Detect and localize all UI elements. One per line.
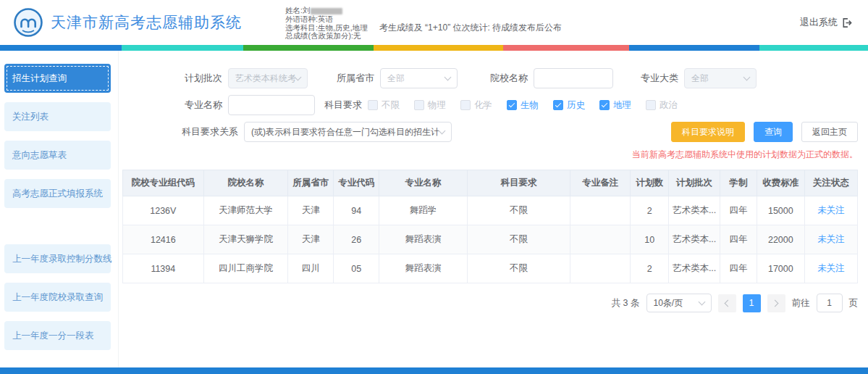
page: 天津市新高考志愿辅助系统 姓名:刘 外语语种:英语 选考科目:生物,历史,地理 … [0, 0, 868, 374]
table-cell: 四川工商学院 [203, 254, 288, 283]
college-name-label: 院校名称 [466, 72, 528, 85]
table-cell: 10 [631, 225, 669, 254]
chevron-left-icon [725, 299, 732, 307]
table-cell: 12416 [123, 225, 204, 254]
body-row: 招生计划查询关注列表意向志愿草表高考志愿正式填报系统上一年度录取控制分数线上一年… [0, 51, 868, 367]
table-cell [570, 196, 631, 225]
color-bar-segment [503, 45, 629, 51]
total-count-label: 共 3 条 [612, 297, 640, 309]
search-button[interactable]: 查询 [754, 122, 793, 142]
logout-icon [841, 17, 852, 28]
checkbox-icon [368, 100, 378, 110]
sidebar-item[interactable]: 招生计划查询 [4, 64, 111, 93]
column-header: 学制 [720, 170, 757, 196]
back-home-button[interactable]: 返回主页 [801, 122, 858, 142]
sidebar-item[interactable]: 上一年度录取控制分数线 [4, 244, 111, 273]
subject-checkbox[interactable]: 化学 [460, 99, 492, 112]
prev-page-button[interactable] [718, 294, 736, 312]
subject-checkbox[interactable]: 物理 [414, 99, 446, 112]
table-cell: 舞蹈表演 [379, 254, 468, 283]
current-page-button[interactable]: 1 [743, 294, 761, 312]
goto-label: 前往 [792, 297, 810, 309]
major-name-input[interactable] [228, 95, 315, 115]
table-body: 1236V天津师范大学天津94舞蹈学不限2艺术类本...四年15000未关注12… [123, 196, 858, 283]
table-row: 11394四川工商学院四川05舞蹈表演不限2艺术类本...四年17000未关注 [123, 254, 858, 283]
chevron-down-icon [444, 74, 452, 81]
column-header: 科目要求 [468, 170, 570, 196]
table-cell [570, 254, 631, 283]
goto-page-input[interactable] [817, 294, 843, 312]
checkbox-icon [646, 100, 656, 110]
subject-help-button[interactable]: 科目要求说明 [671, 122, 745, 142]
filter-row-3: 科目要求关系 (或)表示科目要求符合任意一门勾选科目的招生计划 科目要求说明 查… [122, 122, 858, 142]
follow-status-link[interactable]: 未关注 [817, 205, 845, 215]
plan-batch-select[interactable]: 艺术类本科统考Dt [228, 68, 308, 88]
checkbox-icon [414, 100, 424, 110]
checkbox-label: 历史 [567, 99, 585, 112]
action-buttons: 科目要求说明 查询 返回主页 [671, 122, 858, 142]
sidebar-item[interactable]: 高考志愿正式填报系统 [4, 179, 111, 208]
checkbox-icon [599, 100, 610, 110]
province-select[interactable]: 全部 [380, 68, 458, 88]
brand: 天津市新高考志愿辅助系统 [13, 0, 242, 45]
table-cell: 不限 [468, 225, 570, 254]
logout-button[interactable]: 退出系统 [800, 16, 852, 29]
page-suffix-label: 页 [849, 297, 859, 309]
checkbox-label: 物理 [428, 99, 446, 112]
table-cell: 未关注 [804, 196, 857, 225]
table-cell: 未关注 [804, 254, 857, 283]
table-row: 12416天津天狮学院天津26舞蹈表演不限10艺术类本...四年22000未关注 [123, 225, 858, 254]
table-cell [570, 225, 631, 254]
color-bar-segment [759, 45, 868, 51]
next-page-button[interactable] [767, 294, 785, 312]
sidebar-item[interactable]: 上一年度一分一段表 [4, 321, 111, 350]
table-cell: 舞蹈表演 [379, 225, 468, 254]
sidebar-item[interactable]: 关注列表 [4, 102, 111, 131]
follow-status-link[interactable]: 未关注 [817, 234, 845, 244]
sidebar: 招生计划查询关注列表意向志愿草表高考志愿正式填报系统上一年度录取控制分数线上一年… [0, 51, 119, 367]
column-header: 所属省市 [288, 170, 334, 196]
major-name-label: 专业名称 [122, 99, 222, 112]
table-cell: 艺术类本... [669, 225, 720, 254]
table-cell: 15000 [757, 196, 804, 225]
student-info: 姓名:刘 外语语种:英语 选考科目:生物,历史,地理 总成绩(含政策加分):无 [285, 0, 368, 45]
app-header: 天津市新高考志愿辅助系统 姓名:刘 外语语种:英语 选考科目:生物,历史,地理 … [0, 0, 868, 45]
table-cell: 四川 [288, 254, 334, 283]
sidebar-nav: 招生计划查询关注列表意向志愿草表高考志愿正式填报系统上一年度录取控制分数线上一年… [0, 64, 118, 350]
filter-row-2: 专业名称 科目要求 不限物理化学生物历史地理政治 [122, 95, 858, 115]
column-header: 计划数 [631, 170, 669, 196]
subject-checkbox[interactable]: 生物 [507, 99, 539, 112]
major-category-label: 专业大类 [623, 72, 678, 85]
sidebar-item[interactable]: 上一年度院校录取查询 [4, 283, 111, 312]
table-cell: 1236V [123, 196, 204, 225]
table-cell: 天津师范大学 [203, 196, 288, 225]
table-cell: 天津 [288, 225, 334, 254]
follow-status-link[interactable]: 未关注 [817, 263, 845, 273]
table-cell: 94 [334, 196, 379, 225]
subject-requirement-label: 科目要求 [321, 99, 362, 112]
subject-checkbox[interactable]: 不限 [368, 99, 400, 112]
data-official-notice: 当前新高考志愿辅助系统中使用的计划数据为正式的数据。 [122, 149, 858, 161]
checkbox-label: 生物 [521, 99, 539, 112]
college-name-input[interactable] [534, 68, 613, 88]
subject-relation-label: 科目要求关系 [122, 125, 238, 138]
table-cell: 26 [334, 225, 379, 254]
subject-checkbox-group: 不限物理化学生物历史地理政治 [368, 99, 692, 112]
sidebar-item[interactable]: 意向志愿草表 [4, 141, 111, 170]
column-header: 专业代码 [334, 170, 379, 196]
subject-checkbox[interactable]: 历史 [553, 99, 585, 112]
column-header: 计划批次 [669, 170, 720, 196]
plan-results-table: 院校专业组代码院校名称所属省市专业代码专业名称科目要求专业备注计划数计划批次学制… [122, 170, 858, 283]
rank-statistics-notice: 考生成绩及 “1+10” 位次统计: 待成绩发布后公布 [379, 0, 562, 45]
logout-label: 退出系统 [800, 16, 838, 29]
page-size-select[interactable]: 10条/页 [646, 294, 712, 312]
table-cell: 艺术类本... [669, 254, 720, 283]
chevron-right-icon [772, 299, 779, 307]
subject-checkbox[interactable]: 政治 [646, 99, 678, 112]
redacted-name-block [311, 8, 342, 14]
major-category-select[interactable]: 全部 [684, 68, 757, 88]
subject-checkbox[interactable]: 地理 [599, 99, 631, 112]
filter-row-1: 计划批次 艺术类本科统考Dt 所属省市 全部 院校名称 专业大类 全部 [122, 68, 858, 88]
subject-relation-select[interactable]: (或)表示科目要求符合任意一门勾选科目的招生计划 [244, 122, 452, 142]
table-header-row: 院校专业组代码院校名称所属省市专业代码专业名称科目要求专业备注计划数计划批次学制… [123, 170, 858, 196]
